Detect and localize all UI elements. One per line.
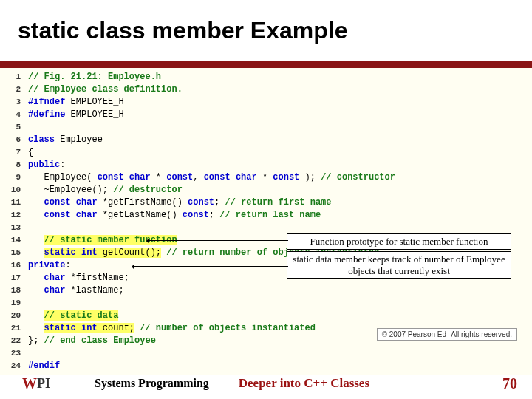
code-line: 3#ifndef EMPLOYEE_H bbox=[0, 96, 532, 109]
line-number: 18 bbox=[0, 284, 28, 297]
line-number: 23 bbox=[0, 347, 28, 360]
line-number: 9 bbox=[0, 171, 28, 184]
code-content: class Employee bbox=[28, 134, 532, 146]
code-line: 7{ bbox=[0, 146, 532, 159]
code-line: 1// Fig. 21.21: Employee.h bbox=[0, 71, 532, 83]
code-content bbox=[28, 347, 532, 360]
footer-left: Systems Programming bbox=[95, 377, 209, 390]
code-content: // Fig. 21.21: Employee.h bbox=[28, 71, 532, 83]
arrow-to-count bbox=[133, 266, 288, 267]
copyright-notice: © 2007 Pearson Ed -All rights reserved. bbox=[377, 328, 517, 341]
line-number: 22 bbox=[0, 335, 28, 347]
line-number: 7 bbox=[0, 146, 28, 159]
code-line: 13 bbox=[0, 222, 532, 234]
code-content bbox=[28, 297, 532, 310]
code-content: ~Employee(); // destructor bbox=[28, 184, 532, 197]
code-content: char *lastName; bbox=[28, 284, 532, 297]
code-line: 12 const char *getLastName() const; // r… bbox=[0, 209, 532, 222]
line-number: 20 bbox=[0, 310, 28, 322]
line-number: 14 bbox=[0, 234, 28, 247]
code-line: 10 ~Employee(); // destructor bbox=[0, 184, 532, 197]
code-content: #ifndef EMPLOYEE_H bbox=[28, 96, 532, 109]
code-content bbox=[28, 121, 532, 134]
slide-title: static class member Example bbox=[0, 0, 532, 44]
code-line: 4#define EMPLOYEE_H bbox=[0, 109, 532, 121]
line-number: 12 bbox=[0, 209, 28, 222]
line-number: 11 bbox=[0, 197, 28, 209]
code-content: // Employee class definition. bbox=[28, 83, 532, 96]
code-content: const char *getFirstName() const; // ret… bbox=[28, 197, 532, 209]
code-line: 5 bbox=[0, 121, 532, 134]
line-number: 1 bbox=[0, 71, 28, 83]
line-number: 15 bbox=[0, 247, 28, 259]
line-number: 21 bbox=[0, 322, 28, 335]
line-number: 8 bbox=[0, 159, 28, 171]
code-content: public: bbox=[28, 159, 532, 171]
code-content: // static data bbox=[28, 310, 532, 322]
annotation-static-data: static data member keeps track of number… bbox=[287, 251, 511, 279]
line-number: 19 bbox=[0, 297, 28, 310]
line-number: 16 bbox=[0, 259, 28, 272]
line-number: 13 bbox=[0, 222, 28, 234]
code-content bbox=[28, 222, 532, 234]
code-content: { bbox=[28, 146, 532, 159]
line-number: 3 bbox=[0, 96, 28, 109]
code-line: 19 bbox=[0, 297, 532, 310]
line-number: 2 bbox=[0, 83, 28, 96]
title-highlight: static bbox=[18, 17, 80, 44]
line-number: 17 bbox=[0, 272, 28, 284]
page-number: 70 bbox=[502, 375, 517, 392]
code-content: const char *getLastName() const; // retu… bbox=[28, 209, 532, 222]
title-rest: class member Example bbox=[80, 17, 348, 44]
slide-footer: WPI Systems Programming Deeper into C++ … bbox=[0, 368, 532, 399]
code-line: 23 bbox=[0, 347, 532, 360]
code-content: #define EMPLOYEE_H bbox=[28, 109, 532, 121]
code-line: 20 // static data bbox=[0, 310, 532, 322]
line-number: 4 bbox=[0, 109, 28, 121]
code-line: 18 char *lastName; bbox=[0, 284, 532, 297]
code-line: 2// Employee class definition. bbox=[0, 83, 532, 96]
line-number: 5 bbox=[0, 121, 28, 134]
wpi-logo: WPI bbox=[7, 372, 65, 395]
footer-center: Deeper into C++ Classes bbox=[239, 376, 369, 391]
arrow-to-getcount bbox=[148, 240, 288, 241]
code-line: 9 Employee( const char * const, const ch… bbox=[0, 171, 532, 184]
code-line: 6class Employee bbox=[0, 134, 532, 146]
line-number: 6 bbox=[0, 134, 28, 146]
code-content: Employee( const char * const, const char… bbox=[28, 171, 532, 184]
title-underline bbox=[0, 61, 532, 68]
code-line: 11 const char *getFirstName() const; // … bbox=[0, 197, 532, 209]
line-number: 10 bbox=[0, 184, 28, 197]
annotation-function-prototype: Function prototype for static member fun… bbox=[287, 233, 511, 250]
code-line: 8public: bbox=[0, 159, 532, 171]
